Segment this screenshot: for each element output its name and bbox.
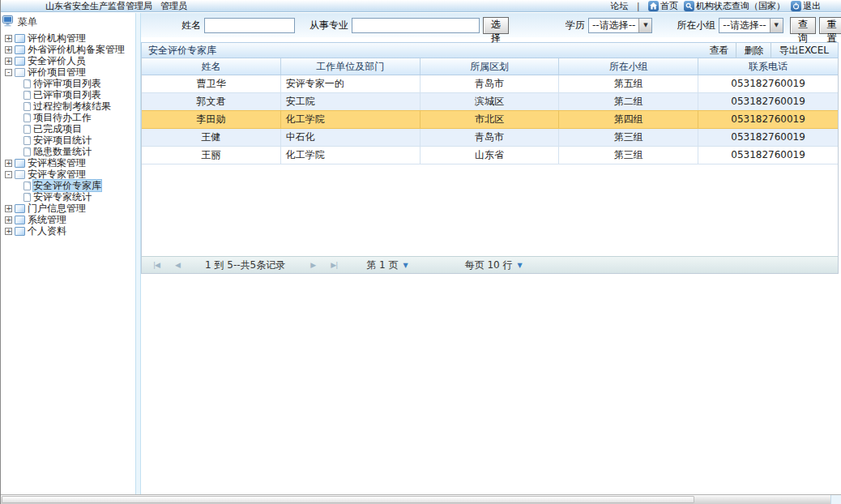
reset-button[interactable]: 重置: [819, 17, 841, 34]
delete-button[interactable]: 删除: [736, 43, 771, 58]
column-header-region[interactable]: 所属区划: [420, 58, 560, 75]
name-input[interactable]: [204, 18, 295, 33]
document-icon: [23, 147, 31, 156]
expert-database-panel: 安全评价专家库 查看 删除 导出EXCEL 姓名 工作单位及部门 所属区划 所在…: [141, 42, 839, 274]
sidebar-item-external-org-registration[interactable]: 外省评价机构备案管理: [2, 44, 135, 55]
sidebar-splitter[interactable]: [135, 13, 141, 494]
document-icon: [23, 193, 31, 202]
folder-icon: [15, 227, 25, 236]
next-page-button[interactable]: ▶: [306, 261, 319, 269]
link-separator: ｜: [634, 0, 642, 12]
forum-link[interactable]: 论坛: [610, 0, 628, 12]
sidebar-item-pending-review-projects[interactable]: 待评审项目列表: [2, 78, 135, 89]
sidebar: 菜单 评价机构管理 外省评价机构备案管理 安全评价人员 评价项目管理: [1, 13, 135, 494]
folder-icon: [15, 159, 25, 168]
column-header-phone[interactable]: 联系电话: [698, 58, 838, 75]
view-button[interactable]: 查看: [702, 43, 736, 58]
group-select[interactable]: --请选择-- ▼: [719, 18, 783, 33]
sidebar-item-safety-evaluators[interactable]: 安全评价人员: [2, 55, 135, 66]
sidebar-item-personal-profile[interactable]: 个人资料: [2, 225, 135, 237]
folder-icon: [15, 57, 25, 66]
collapse-icon[interactable]: [5, 69, 12, 76]
table-row[interactable]: 王丽 化工学院 山东省 第三组 053182760019: [142, 147, 838, 164]
sidebar-item-expert-database[interactable]: 安全评价专家库: [2, 180, 135, 191]
table-header-row: 姓名 工作单位及部门 所属区划 所在小组 联系电话: [142, 58, 838, 75]
selected-tree-item-label: 安全评价专家库: [33, 180, 101, 191]
chevron-down-icon: ▼: [518, 262, 523, 269]
table-row[interactable]: 郭文君 安工院 滨城区 第二组 053182760019: [142, 93, 838, 111]
scrollbar-corner: [830, 495, 841, 504]
chevron-down-icon: ▼: [770, 19, 783, 32]
pagination-bar: |◀ ◀ 1 到 5--共5条记录 ▶ ▶| 第 1 页 ▼ 每页 10 行 ▼: [142, 256, 838, 273]
expand-icon[interactable]: [5, 205, 12, 212]
sidebar-item-portal-info-management[interactable]: 门户信息管理: [2, 203, 135, 214]
panel-title: 安全评价专家库: [148, 44, 216, 58]
table-row[interactable]: 王健 中石化 青岛市 第三组 053182760019: [142, 129, 838, 147]
page-size-select[interactable]: 每页 10 行 ▼: [465, 258, 523, 272]
expand-icon[interactable]: [5, 216, 12, 224]
open-folder-icon: [15, 68, 25, 77]
previous-page-button[interactable]: ◀: [171, 261, 184, 269]
column-header-group[interactable]: 所在小组: [559, 58, 698, 75]
page-number-select[interactable]: 第 1 页 ▼: [366, 258, 408, 272]
column-header-work-unit[interactable]: 工作单位及部门: [281, 58, 420, 75]
expand-icon[interactable]: [5, 58, 12, 65]
panel-title-bar: 安全评价专家库 查看 删除 导出EXCEL: [141, 42, 839, 58]
first-page-button[interactable]: |◀: [150, 261, 163, 269]
table-row[interactable]: 曹卫华 安评专家一的 青岛市 第五组 053182760019: [142, 75, 838, 93]
column-header-name[interactable]: 姓名: [142, 58, 281, 75]
document-icon: [23, 79, 31, 88]
sidebar-header-label: 菜单: [18, 15, 37, 29]
group-label: 所在小组: [677, 19, 715, 32]
org-status-query-link[interactable]: 机构状态查询（国家）: [684, 0, 785, 12]
sidebar-item-reviewed-projects[interactable]: 已评审项目列表: [2, 89, 135, 100]
sidebar-item-expert-statistics[interactable]: 安评专家统计: [2, 191, 135, 203]
document-icon: [23, 91, 31, 100]
records-count: 1 到 5--共5条记录: [205, 258, 285, 272]
sidebar-item-project-todo[interactable]: 项目待办工作: [2, 112, 135, 123]
sidebar-item-project-statistics[interactable]: 安评项目统计: [2, 135, 135, 146]
expand-icon[interactable]: [5, 160, 12, 167]
select-button[interactable]: 选择: [483, 17, 509, 34]
top-bar-links: 论坛 ｜ 首页 机构状态查询（国家） 退出: [610, 0, 841, 12]
logout-link[interactable]: 退出: [791, 0, 821, 12]
export-excel-button[interactable]: 导出EXCEL: [771, 43, 836, 58]
education-label: 学历: [566, 19, 585, 32]
horizontal-scrollbar[interactable]: [1, 494, 841, 504]
expand-icon[interactable]: [5, 46, 12, 53]
sidebar-header: 菜单: [1, 13, 135, 32]
table-row-selected[interactable]: 李田勋 化工学院 市北区 第四组 053182760019: [142, 110, 838, 129]
education-select[interactable]: --请选择-- ▼: [588, 18, 652, 33]
sidebar-item-expert-management[interactable]: 安评专家管理: [2, 169, 135, 180]
sidebar-item-process-control-results[interactable]: 过程控制考核结果: [2, 100, 135, 112]
sidebar-item-evaluation-org-management[interactable]: 评价机构管理: [2, 32, 135, 44]
document-icon: [23, 136, 31, 145]
scrollbar-thumb[interactable]: [2, 496, 694, 503]
sidebar-item-hazard-statistics[interactable]: 隐患数量统计: [2, 146, 135, 157]
power-icon: [791, 1, 801, 11]
document-icon: [23, 182, 31, 190]
document-icon: [23, 125, 31, 134]
collapse-icon[interactable]: [5, 171, 12, 178]
sidebar-item-system-management[interactable]: 系统管理: [2, 214, 135, 225]
folder-icon: [15, 45, 25, 54]
sidebar-item-completed-projects[interactable]: 已完成项目: [2, 123, 135, 135]
folder-icon: [15, 204, 25, 213]
expand-icon[interactable]: [5, 228, 12, 235]
sidebar-item-evaluation-project-management[interactable]: 评价项目管理: [2, 66, 135, 78]
document-icon: [23, 113, 31, 122]
profession-input[interactable]: [352, 18, 480, 33]
search-icon: [684, 1, 694, 11]
home-link[interactable]: 首页: [648, 0, 678, 12]
expand-icon[interactable]: [5, 35, 12, 42]
document-icon: [23, 102, 31, 111]
search-form: 姓名 从事专业 选择 学历 --请选择-- ▼ 所在小组 --请选择-- ▼ 查…: [141, 13, 841, 37]
sidebar-item-archive-management[interactable]: 安评档案管理: [2, 157, 135, 169]
main-content: 姓名 从事专业 选择 学历 --请选择-- ▼ 所在小组 --请选择-- ▼ 查…: [141, 13, 841, 494]
folder-icon: [15, 216, 25, 224]
last-page-button[interactable]: ▶|: [327, 261, 340, 269]
query-button[interactable]: 查询: [790, 17, 816, 34]
computer-icon: [2, 15, 15, 29]
chevron-down-icon: ▼: [403, 262, 408, 269]
top-bar: 山东省安全生产监督管理局 管理员 论坛 ｜ 首页 机构状态查询（国家）: [1, 0, 841, 12]
